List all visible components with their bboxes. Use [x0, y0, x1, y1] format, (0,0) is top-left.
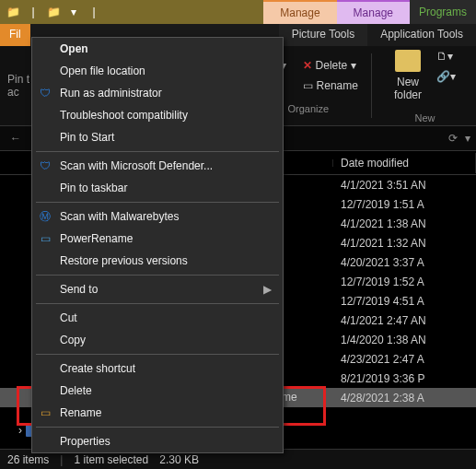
easy-access-button[interactable]: 🔗▾: [433, 68, 459, 85]
defender-icon: 🛡: [38, 158, 52, 173]
menu-separator: [36, 427, 279, 428]
menu-rename[interactable]: ▭Rename: [32, 402, 283, 424]
rename-icon: ▭: [303, 79, 313, 92]
title-bar: 📁 | 📁 ▾ | Manage Manage Programs: [0, 0, 476, 24]
powerrename-icon: ▭: [38, 231, 52, 246]
new-group: New folder 🗋▾ 🔗▾ New: [381, 44, 469, 127]
picture-tools-tab[interactable]: Picture Tools: [279, 24, 367, 46]
selection-count: 1 item selected: [74, 453, 148, 466]
new-item-button[interactable]: 🗋▾: [433, 48, 459, 64]
new-folder-icon: [395, 50, 421, 72]
contextual-tab-manage[interactable]: Manage: [263, 0, 336, 24]
menu-scan-malwarebytes[interactable]: ⓂScan with Malwarebytes: [32, 205, 283, 228]
menu-pin-start[interactable]: Pin to Start: [32, 126, 283, 148]
menu-create-shortcut[interactable]: Create shortcut: [32, 358, 283, 380]
application-tools-tab[interactable]: Application Tools: [367, 24, 476, 46]
selection-size: 2.30 KB: [159, 453, 199, 466]
folder-icon[interactable]: 📁: [4, 3, 22, 21]
menu-separator: [36, 303, 279, 304]
menu-copy[interactable]: Copy: [32, 329, 283, 351]
menu-run-as-admin[interactable]: 🛡Run as administrator: [32, 82, 283, 104]
chevron-right-icon: ›: [18, 424, 22, 437]
menu-open[interactable]: Open: [32, 38, 283, 60]
menu-restore-versions[interactable]: Restore previous versions: [32, 250, 283, 272]
column-header-date[interactable]: Date modified: [333, 153, 476, 173]
back-button[interactable]: ←: [6, 128, 26, 148]
qat-separator: |: [24, 3, 42, 21]
menu-cut[interactable]: Cut: [32, 307, 283, 329]
shield-icon: 🛡: [38, 86, 52, 100]
menu-troubleshoot[interactable]: Troubleshoot compatibility: [32, 104, 283, 126]
rename-icon: ▭: [38, 405, 52, 420]
folder-icon[interactable]: 📁: [44, 3, 63, 21]
menu-separator: [36, 275, 279, 276]
item-count: 26 items: [7, 453, 49, 466]
quick-access-toolbar: 📁 | 📁 ▾ |: [0, 3, 107, 21]
new-folder-button[interactable]: New folder: [390, 48, 425, 103]
menu-delete[interactable]: Delete: [32, 380, 283, 402]
menu-scan-defender[interactable]: 🛡Scan with Microsoft Defender...: [32, 155, 283, 177]
qat-dropdown[interactable]: ▾: [64, 3, 83, 21]
contextual-tab-manage[interactable]: Manage: [337, 0, 410, 24]
menu-separator: [36, 202, 279, 203]
group-label: New: [414, 112, 435, 123]
window-title: Programs: [410, 0, 476, 24]
refresh-button[interactable]: ⟳: [448, 132, 458, 145]
menu-separator: [36, 354, 279, 355]
qat-separator: |: [85, 3, 103, 21]
menu-properties[interactable]: Properties: [32, 430, 283, 452]
menu-separator: [36, 151, 279, 152]
dropdown-icon[interactable]: ▾: [465, 132, 470, 145]
context-menu: Open Open file location 🛡Run as administ…: [31, 37, 284, 453]
rename-button[interactable]: ▭Rename: [299, 77, 362, 94]
group-label: Organize: [287, 103, 329, 114]
delete-button[interactable]: ✕Delete ▾: [299, 57, 362, 74]
file-menu[interactable]: Fil: [0, 24, 30, 46]
menu-send-to[interactable]: Send to▶: [32, 278, 283, 300]
delete-icon: ✕: [303, 59, 312, 72]
submenu-arrow-icon: ▶: [263, 283, 272, 296]
menu-open-file-location[interactable]: Open file location: [32, 60, 283, 82]
menu-powerrename[interactable]: ▭PowerRename: [32, 228, 283, 250]
menu-pin-taskbar[interactable]: Pin to taskbar: [32, 177, 283, 199]
pin-quick-access[interactable]: Pin t ac: [7, 73, 33, 99]
malwarebytes-icon: Ⓜ: [38, 209, 52, 224]
